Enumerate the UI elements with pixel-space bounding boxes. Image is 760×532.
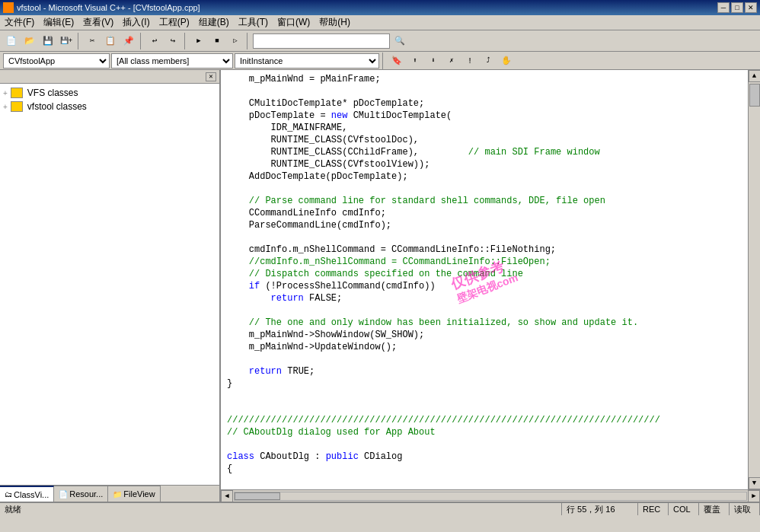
exclaim-button[interactable]: ! <box>461 53 478 69</box>
status-ovr: 覆盖 <box>699 503 730 515</box>
menu-build[interactable]: 组建(B) <box>194 14 234 30</box>
menu-file[interactable]: 文件(F) <box>0 14 39 30</box>
app-icon <box>3 2 14 13</box>
tab-file-label: FileView <box>123 489 155 499</box>
tab-classview-icon: 🗂 <box>5 490 12 499</box>
left-panel-header: ✕ <box>0 70 219 84</box>
menu-tools[interactable]: 工具(T) <box>234 14 273 30</box>
tab-resource-icon: 📄 <box>59 490 68 499</box>
separator-1 <box>78 33 81 49</box>
tab-classview[interactable]: 🗂 ClassVi... <box>0 486 54 502</box>
menu-window[interactable]: 窗口(W) <box>273 14 315 30</box>
folder-icon-vfs <box>11 88 23 98</box>
toolbar-nav: CVfstoolApp [All class members] InitInst… <box>0 52 760 70</box>
menu-view[interactable]: 查看(V) <box>78 14 118 30</box>
class-combo[interactable]: CVfstoolApp <box>3 53 110 68</box>
find-button[interactable]: 🔍 <box>391 33 408 49</box>
cut-button[interactable]: ✂ <box>84 33 101 49</box>
folder-icon-vfstool <box>11 101 23 112</box>
status-read: 读取 <box>730 503 760 515</box>
jump-button[interactable]: ⤴ <box>480 53 497 69</box>
members-combo[interactable]: [All class members] <box>111 53 233 68</box>
tree-item-vfs-classes[interactable]: + VFS classes <box>3 87 216 99</box>
tree-item-vfstool-classes[interactable]: + vfstool classes <box>3 100 216 113</box>
scroll-right-button[interactable]: ▶ <box>748 490 760 502</box>
toolbar-main: 📄 📂 💾 💾+ ✂ 📋 📌 ↩ ↪ ▶ ■ ▷ 🔍 <box>0 30 760 52</box>
scroll-track[interactable] <box>749 82 760 477</box>
scroll-thumb[interactable] <box>749 84 760 107</box>
tab-resourceview[interactable]: 📄 Resour... <box>54 486 108 502</box>
paste-button[interactable]: 📌 <box>120 33 137 49</box>
separator-3 <box>184 33 187 49</box>
h-scroll-track[interactable] <box>234 492 747 501</box>
scroll-up-button[interactable]: ▲ <box>749 70 761 82</box>
tree-label-vfs: VFS classes <box>27 88 78 98</box>
undo-button[interactable]: ↩ <box>146 33 163 49</box>
status-col: COL <box>669 503 699 515</box>
tab-resource-label: Resour... <box>69 489 103 499</box>
status-rec: REC <box>638 503 669 515</box>
main-area: ✕ + VFS classes + vfstool classes 🗂 Clas… <box>0 70 760 502</box>
bookmark-button[interactable]: 🔖 <box>388 53 405 69</box>
status-col-text: COL <box>673 505 691 514</box>
title-text: vfstool - Microsoft Visual C++ - [CVfsto… <box>17 3 200 12</box>
status-bar: 就绪 行 55，列 16 REC COL 覆盖 读取 <box>0 502 760 515</box>
panel-close-button[interactable]: ✕ <box>206 72 216 81</box>
redo-button[interactable]: ↪ <box>164 33 181 49</box>
code-content: m_pMainWnd = pMainFrame; CMultiDocTempla… <box>221 70 748 478</box>
scroll-down-button[interactable]: ▼ <box>749 477 761 489</box>
right-panel: 仅供参考 壁架电视com m_pMainWnd = pMainFrame; CM… <box>221 70 760 502</box>
h-scroll-thumb[interactable] <box>235 492 280 500</box>
clear-bookmarks-button[interactable]: ✗ <box>443 53 460 69</box>
method-combo[interactable]: InitInstance <box>235 53 379 68</box>
tab-file-icon: 📁 <box>113 490 122 499</box>
code-wrapper: 仅供参考 壁架电视com m_pMainWnd = pMainFrame; CM… <box>221 70 760 489</box>
vertical-scrollbar[interactable]: ▲ ▼ <box>748 70 760 489</box>
copy-button[interactable]: 📋 <box>102 33 119 49</box>
menu-help[interactable]: 帮助(H) <box>315 14 355 30</box>
title-bar: vfstool - Microsoft Visual C++ - [CVfsto… <box>0 0 760 15</box>
status-rec-text: REC <box>643 505 660 514</box>
menu-insert[interactable]: 插入(I) <box>118 14 154 30</box>
scroll-left-button[interactable]: ◀ <box>221 490 233 502</box>
menu-edit[interactable]: 编辑(E) <box>39 14 78 30</box>
prev-bookmark-button[interactable]: ⬆ <box>407 53 423 69</box>
maximize-button[interactable]: □ <box>731 2 743 13</box>
hand-button[interactable]: ✋ <box>498 53 515 69</box>
code-editor[interactable]: 仅供参考 壁架电视com m_pMainWnd = pMainFrame; CM… <box>221 70 748 489</box>
open-button[interactable]: 📂 <box>21 33 38 49</box>
stop-build-button[interactable]: ■ <box>209 33 225 49</box>
status-ready-text: 就绪 <box>5 504 21 515</box>
expand-icon-vfs: + <box>3 89 8 97</box>
save-all-button[interactable]: 💾+ <box>58 33 75 49</box>
menu-project[interactable]: 工程(P) <box>155 14 194 30</box>
tab-fileview[interactable]: 📁 FileView <box>108 486 160 502</box>
separator-5 <box>382 53 385 69</box>
tab-classview-label: ClassVi... <box>14 490 49 499</box>
class-tree: + VFS classes + vfstool classes <box>0 84 219 485</box>
minimize-button[interactable]: ─ <box>717 2 730 13</box>
save-button[interactable]: 💾 <box>40 33 56 49</box>
status-position-text: 行 55，列 16 <box>567 504 615 515</box>
status-ovr-text: 覆盖 <box>704 504 720 515</box>
horizontal-scrollbar[interactable]: ◀ ▶ <box>221 489 760 502</box>
tree-label-vfstool: vfstool classes <box>27 101 87 112</box>
find-input[interactable] <box>253 33 390 49</box>
run-button[interactable]: ▷ <box>227 33 244 49</box>
left-panel-tabs: 🗂 ClassVi... 📄 Resour... 📁 FileView <box>0 485 219 502</box>
left-panel: ✕ + VFS classes + vfstool classes 🗂 Clas… <box>0 70 221 502</box>
build-button[interactable]: ▶ <box>190 33 207 49</box>
status-ready: 就绪 <box>0 503 562 515</box>
window-controls: ─ □ ✕ <box>717 2 757 13</box>
expand-icon-vfstool: + <box>3 103 8 111</box>
new-file-button[interactable]: 📄 <box>3 33 20 49</box>
status-position: 行 55，列 16 <box>562 503 638 515</box>
separator-4 <box>247 33 250 49</box>
separator-2 <box>140 33 143 49</box>
next-bookmark-button[interactable]: ⬇ <box>425 53 442 69</box>
status-read-text: 读取 <box>734 504 751 515</box>
close-button[interactable]: ✕ <box>745 2 757 13</box>
menu-bar: 文件(F) 编辑(E) 查看(V) 插入(I) 工程(P) 组建(B) 工具(T… <box>0 15 760 30</box>
